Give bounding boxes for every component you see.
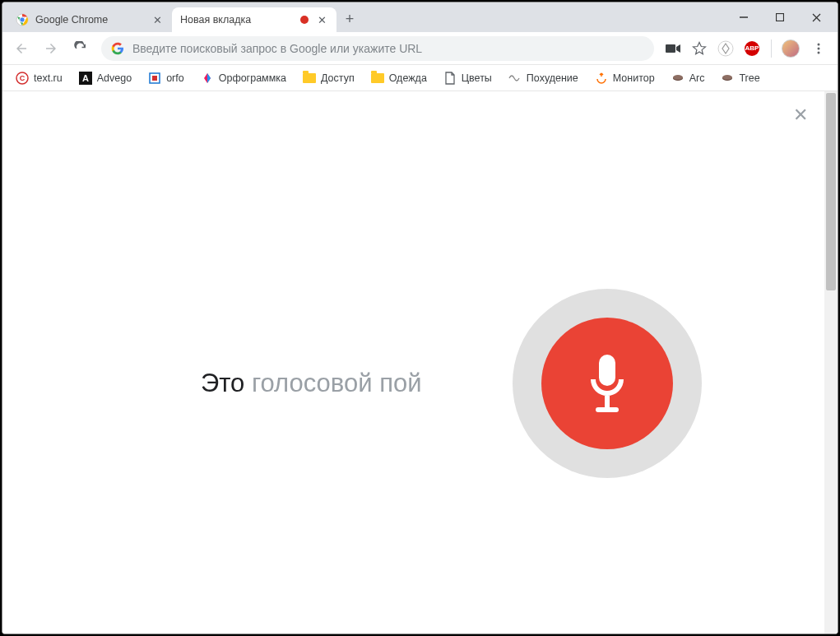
profile-avatar[interactable] [780,38,801,59]
page-content: ✕ Это голосовой пой [2,91,838,634]
bookmark-tree[interactable]: Tree [714,68,766,88]
separator [771,39,772,58]
voice-prompt-text: Это голосовой пой [126,369,422,398]
reload-button[interactable] [68,36,93,61]
back-button[interactable] [9,36,34,61]
chrome-icon [16,13,29,26]
microphone-inner [541,318,673,449]
bookmark-label: Advego [97,72,132,84]
orfogrammka-icon [201,72,214,85]
tab-new-tab[interactable]: Новая вкладка ✕ [172,7,336,32]
bookmark-label: Цветы [462,72,492,84]
recording-icon [300,16,309,24]
tab-google-chrome[interactable]: Google Chrome ✕ [7,7,172,32]
bookmark-dostup[interactable]: Доступ [296,68,361,88]
tab-title: Новая вкладка [180,14,294,26]
browser-window: Google Chrome ✕ Новая вкладка ✕ + Введит… [2,2,838,634]
camera-icon[interactable] [662,38,684,59]
svg-rect-17 [152,76,157,81]
tab-close-icon[interactable]: ✕ [315,13,328,26]
bookmarks-bar: Ctext.ru AAdvego orfo Орфограммка Доступ… [2,65,838,91]
svg-point-19 [673,75,683,80]
svg-point-2 [20,17,25,22]
microphone-button[interactable] [513,289,702,478]
tab-close-icon[interactable]: ✕ [151,13,164,26]
svg-text:C: C [20,74,26,82]
toolbar: Введите поисковый запрос в Google или ук… [2,32,838,65]
svg-rect-24 [596,407,619,412]
svg-text:A: A [82,73,89,83]
voice-text-hint: голосовой пой [244,369,421,397]
window-controls [726,2,838,32]
bookmark-label: orfo [166,72,184,84]
bookmark-advego[interactable]: AAdvego [72,68,138,88]
bookmark-star-icon[interactable] [689,38,710,59]
folder-icon [371,72,384,85]
google-icon [111,42,124,55]
abp-extension-icon[interactable]: ABP [741,38,763,59]
advego-icon: A [79,72,92,85]
new-tab-button[interactable]: + [338,7,361,30]
bookmark-monitor[interactable]: Монитор [588,68,661,88]
yandex-extension-icon[interactable] [715,38,736,59]
svg-rect-23 [605,396,610,409]
bookmark-odezhda[interactable]: Одежда [364,68,434,88]
bookmark-label: Доступ [321,72,355,84]
folder-icon [303,72,316,85]
address-bar[interactable]: Введите поисковый запрос в Google или ук… [101,36,654,61]
svg-point-9 [818,43,820,45]
title-bar: Google Chrome ✕ Новая вкладка ✕ + [2,2,838,32]
tab-title: Google Chrome [35,14,144,26]
bookmark-textru[interactable]: Ctext.ru [9,68,69,88]
bookmark-arc[interactable]: Arc [665,68,712,88]
svg-rect-4 [777,14,784,21]
scrollbar-thumb[interactable] [826,93,836,290]
monitor-icon [595,72,608,85]
bookmark-label: Орфограммка [219,72,286,84]
scrollbar[interactable] [824,91,838,634]
minimize-button[interactable] [726,5,762,30]
pohudenie-icon [508,72,522,85]
svg-rect-22 [599,355,615,386]
svg-point-21 [722,75,732,80]
svg-point-10 [818,47,820,49]
bookmark-orfogrammka[interactable]: Орфограммка [194,68,293,88]
svg-rect-7 [666,44,675,53]
microphone-icon [582,351,632,415]
bookmark-orfo[interactable]: orfo [142,68,191,88]
orfo-icon [148,72,161,85]
textru-icon: C [16,72,29,85]
voice-text-recognized: Это [201,369,244,397]
bookmark-pohudenie[interactable]: Похудение [502,68,585,88]
close-window-button[interactable] [798,5,834,30]
forward-button[interactable] [39,36,63,61]
bookmark-tsvety[interactable]: Цветы [437,68,499,88]
arc-icon [671,72,685,85]
bookmark-label: Похудение [527,72,578,84]
bookmark-label: Монитор [613,72,655,84]
voice-search-panel: Это голосовой пой [2,289,824,478]
bookmark-label: Tree [739,72,759,84]
maximize-button[interactable] [762,5,798,30]
close-voice-button[interactable]: ✕ [793,104,808,126]
bookmark-label: text.ru [34,72,63,84]
page-icon [443,72,457,85]
svg-point-11 [818,51,820,53]
bookmark-label: Одежда [389,72,427,84]
omnibox-placeholder: Введите поисковый запрос в Google или ук… [132,42,644,55]
tab-strip: Google Chrome ✕ Новая вкладка ✕ + [2,2,726,32]
menu-button[interactable] [806,36,831,61]
bookmark-label: Arc [689,72,705,84]
tree-icon [721,72,734,85]
